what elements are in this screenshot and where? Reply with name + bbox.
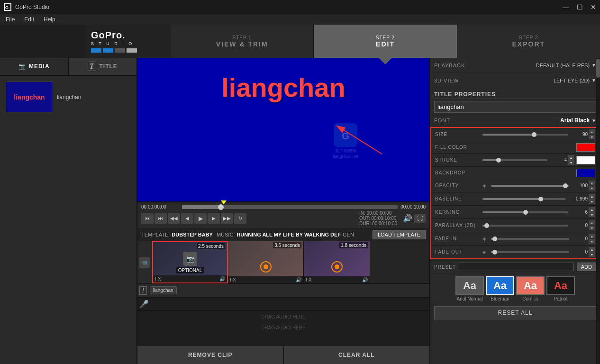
- menu-edit[interactable]: Edit: [20, 15, 38, 24]
- volume-button[interactable]: 🔊: [403, 214, 412, 223]
- fast-forward-button[interactable]: ▶▶: [221, 213, 233, 224]
- clip-2[interactable]: 3.5 seconds FX 🔊: [228, 241, 304, 283]
- gopro-logo: GoPro. S T U D I O: [85, 25, 171, 58]
- opacity-down[interactable]: ▼: [589, 186, 595, 191]
- stroke-color-swatch[interactable]: [576, 156, 595, 164]
- clear-all-button[interactable]: CLEAR ALL: [284, 346, 430, 364]
- forward-button[interactable]: ▶: [208, 213, 220, 224]
- left-panel: 📷 MEDIA T TITLE liangchan liangchan: [0, 58, 137, 364]
- kerning-up[interactable]: ▲: [589, 207, 595, 212]
- camera-icon-btn[interactable]: 📹: [139, 257, 150, 268]
- parallax-up[interactable]: ▲: [589, 220, 595, 225]
- loop-button[interactable]: ↻: [234, 213, 246, 224]
- menu-help[interactable]: Help: [40, 15, 59, 24]
- play-button[interactable]: ▶: [194, 213, 207, 224]
- go-start-button[interactable]: ⏮: [141, 213, 154, 224]
- parallax-down[interactable]: ▼: [589, 226, 595, 230]
- menu-file[interactable]: File: [2, 15, 18, 24]
- clip-1-duration: 2.5 seconds: [197, 243, 225, 249]
- fill-color-swatch[interactable]: [576, 143, 595, 152]
- size-up[interactable]: ▲: [589, 129, 595, 134]
- media-item[interactable]: liangchan liangchan: [4, 80, 133, 114]
- preset-input[interactable]: [459, 263, 574, 271]
- clip-2-target: [260, 261, 272, 273]
- step2-button[interactable]: STEP 2 EDIT: [314, 25, 457, 58]
- fade-in-down[interactable]: ▼: [589, 239, 595, 244]
- reset-all-button[interactable]: RESET ALL: [434, 306, 596, 319]
- clip-1[interactable]: 2.5 seconds 📷 OPTIONAL FX 🔊: [152, 241, 228, 283]
- step1-button[interactable]: STEP 1 VIEW & TRIM: [171, 25, 314, 58]
- go-end-button[interactable]: ⏭: [155, 213, 167, 224]
- fp-arial-name: Arial Normal: [456, 296, 482, 301]
- baseline-down[interactable]: ▼: [589, 199, 595, 204]
- transport-row: ⏮ ⏭ ◀◀ ◀ ▶ ▶ ▶▶ ↻ IN: 00:00:00:00 OUT: 0…: [141, 210, 426, 226]
- prop-baseline: BASELINE 0.999 ▲ ▼: [431, 192, 599, 206]
- stroke-up[interactable]: ▲: [568, 155, 574, 160]
- parallax-slider[interactable]: [482, 225, 568, 227]
- tab-media[interactable]: 📷 MEDIA: [0, 58, 69, 75]
- step3-button[interactable]: STEP 3 EXPORT: [457, 25, 600, 58]
- scrollbar-thumb[interactable]: [596, 59, 600, 78]
- baseline-slider[interactable]: [482, 198, 566, 200]
- prop-size: SIZE 90 ▲ ▼: [431, 128, 599, 141]
- title-bar: G GoPro Studio — ☐ ✕: [0, 0, 600, 14]
- opacity-up[interactable]: ▲: [589, 181, 595, 185]
- fade-in-icon: ◈: [482, 236, 489, 241]
- fade-in-slider[interactable]: [491, 238, 569, 240]
- font-label: FONT: [434, 118, 450, 123]
- audio-tracks: 🎤 DRAG AUDIO HERE DRAG AUDIO HERE: [137, 297, 429, 333]
- font-preset-blueman[interactable]: Aa Blueman: [486, 276, 514, 301]
- size-down[interactable]: ▼: [589, 135, 595, 139]
- step3-num: STEP 3: [519, 35, 538, 40]
- prop-size-value: 90: [571, 132, 588, 137]
- 3d-view-dropdown[interactable]: LEFT EYE (2D) ▼: [482, 78, 596, 83]
- fade-out-down[interactable]: ▼: [589, 252, 595, 257]
- tab-title[interactable]: T TITLE: [69, 58, 137, 75]
- remove-clip-button[interactable]: REMOVE CLIP: [137, 346, 283, 364]
- load-template-button[interactable]: LOAD TEMPLATE: [373, 230, 426, 239]
- clip-3-thumb: 1.8 seconds: [304, 241, 370, 276]
- music-name: RUNNING ALL MY LIFE BY WALKING DEF: [236, 232, 341, 237]
- font-preset-arial[interactable]: Aa Arial Normal: [455, 276, 484, 301]
- mic-icon: 🎤: [139, 300, 149, 309]
- font-preset-comics[interactable]: Aa Comics: [516, 276, 545, 301]
- playback-dropdown[interactable]: DEFAULT (HALF-RES) ▼: [482, 63, 596, 68]
- fade-out-slider[interactable]: [491, 251, 569, 253]
- preset-row: PRESET ADD: [430, 260, 600, 273]
- backdrop-color-swatch[interactable]: [576, 169, 595, 177]
- back-button[interactable]: ◀: [181, 213, 193, 224]
- kerning-down[interactable]: ▼: [589, 212, 595, 217]
- stroke-slider-thumb: [496, 158, 501, 163]
- size-slider[interactable]: [482, 134, 568, 136]
- fp-patriot-name: Patriot: [554, 296, 568, 301]
- minimize-button[interactable]: —: [563, 3, 569, 11]
- fullscreen-button[interactable]: ⛶: [414, 214, 426, 223]
- maximize-button[interactable]: ☐: [577, 3, 583, 11]
- stroke-down[interactable]: ▼: [568, 160, 574, 165]
- title-text-input[interactable]: [434, 101, 596, 113]
- progress-track[interactable]: [182, 205, 398, 209]
- baseline-up[interactable]: ▲: [589, 194, 595, 199]
- fade-in-slider-thumb: [492, 237, 497, 241]
- stroke-slider[interactable]: [482, 159, 547, 161]
- clip-3[interactable]: 1.8 seconds FX 🔊: [304, 241, 370, 283]
- title-clip-item[interactable]: liangchan: [150, 286, 177, 294]
- fade-in-up[interactable]: ▲: [589, 234, 595, 238]
- scrollbar-track: [596, 58, 600, 364]
- font-preset-patriot[interactable]: Aa Patriot: [546, 276, 575, 301]
- step-back-button[interactable]: ◀◀: [168, 213, 180, 224]
- clip-3-target-inner: [335, 264, 339, 269]
- close-button[interactable]: ✕: [591, 3, 596, 11]
- media-list: liangchan liangchan: [0, 76, 136, 118]
- opacity-slider[interactable]: [491, 185, 569, 187]
- font-dropdown[interactable]: Arial Black ▼: [560, 117, 596, 124]
- prop-parallax: PARALLAX (3D) 0 ▲ ▼: [431, 219, 599, 232]
- fp-comics-display: Aa: [516, 276, 545, 295]
- fade-out-up[interactable]: ▲: [589, 247, 595, 252]
- baseline-slider-fill: [482, 198, 541, 200]
- prop-kerning-value: 6: [571, 209, 588, 215]
- prop-stroke-label: STROKE: [435, 157, 482, 163]
- audio-track-2: DRAG AUDIO HERE: [137, 322, 429, 333]
- kerning-slider[interactable]: [482, 211, 568, 213]
- add-preset-button[interactable]: ADD: [577, 263, 596, 271]
